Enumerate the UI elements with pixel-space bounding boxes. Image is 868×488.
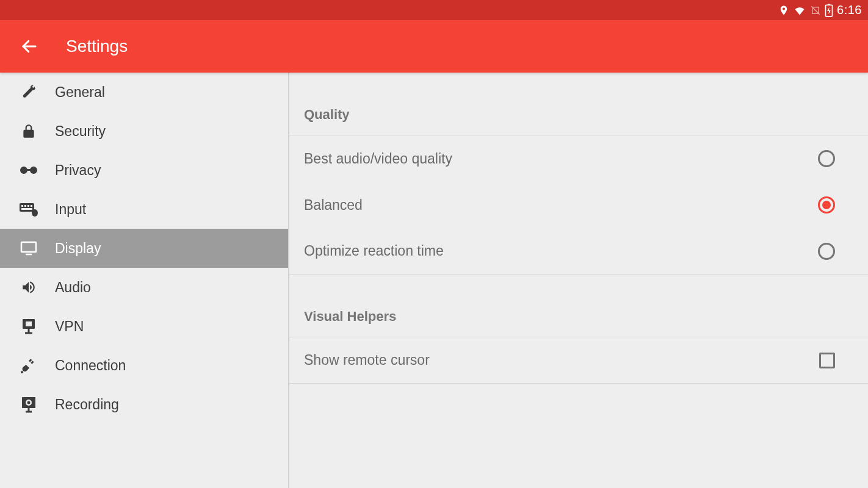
status-time: 6:16 bbox=[837, 3, 862, 17]
lock-icon bbox=[20, 122, 38, 140]
option-best-quality[interactable]: Best audio/video quality bbox=[289, 135, 868, 182]
sidebar-item-input[interactable]: Input bbox=[0, 190, 288, 229]
arrow-left-icon bbox=[20, 37, 38, 56]
sidebar-item-privacy[interactable]: Privacy bbox=[0, 151, 288, 190]
radio-unselected[interactable] bbox=[818, 243, 835, 260]
svg-rect-7 bbox=[21, 205, 23, 207]
svg-rect-9 bbox=[27, 205, 29, 207]
svg-rect-13 bbox=[21, 242, 36, 252]
main-panel: Quality Best audio/video quality Balance… bbox=[289, 73, 868, 488]
svg-point-12 bbox=[32, 209, 38, 217]
option-label: Optimize reaction time bbox=[304, 243, 444, 259]
sidebar-item-label: Recording bbox=[55, 396, 119, 413]
option-optimize-reaction[interactable]: Optimize reaction time bbox=[289, 228, 868, 274]
svg-rect-6 bbox=[20, 203, 34, 212]
sidebar-item-label: Input bbox=[55, 201, 86, 218]
no-sim-icon bbox=[810, 4, 821, 16]
sidebar-item-general[interactable]: General bbox=[0, 73, 288, 112]
option-label: Balanced bbox=[304, 197, 363, 214]
sidebar-item-label: Connection bbox=[55, 357, 126, 374]
plug-icon bbox=[20, 356, 38, 375]
wrench-icon bbox=[20, 83, 38, 101]
app-bar: Settings bbox=[0, 20, 868, 73]
radio-dot bbox=[822, 201, 831, 209]
sidebar: General Security Privacy Input Display bbox=[0, 73, 289, 488]
svg-rect-10 bbox=[31, 205, 32, 207]
checkbox-unchecked[interactable] bbox=[819, 353, 835, 368]
sidebar-item-connection[interactable]: Connection bbox=[0, 346, 288, 385]
vpn-icon bbox=[20, 317, 38, 336]
svg-point-4 bbox=[30, 167, 37, 174]
location-icon bbox=[778, 4, 789, 16]
sidebar-item-recording[interactable]: Recording bbox=[0, 385, 288, 424]
sidebar-item-security[interactable]: Security bbox=[0, 112, 288, 151]
svg-rect-8 bbox=[24, 205, 26, 207]
section-header-quality: Quality bbox=[289, 73, 868, 135]
svg-rect-11 bbox=[21, 208, 32, 210]
sidebar-item-vpn[interactable]: VPN bbox=[0, 307, 288, 346]
speaker-icon bbox=[20, 278, 38, 296]
page-title: Settings bbox=[66, 37, 128, 56]
back-button[interactable] bbox=[18, 35, 40, 57]
radio-selected[interactable] bbox=[818, 196, 835, 214]
keyboard-mouse-icon bbox=[20, 200, 38, 218]
display-icon bbox=[20, 239, 38, 257]
svg-rect-5 bbox=[27, 169, 31, 171]
recording-icon bbox=[20, 395, 38, 414]
sidebar-item-display[interactable]: Display bbox=[0, 229, 288, 268]
status-bar: 6:16 bbox=[0, 0, 868, 20]
wifi-icon bbox=[793, 4, 806, 16]
sidebar-item-label: Security bbox=[55, 123, 106, 140]
sidebar-item-audio[interactable]: Audio bbox=[0, 268, 288, 307]
option-balanced[interactable]: Balanced bbox=[289, 182, 868, 228]
battery-charging-icon bbox=[825, 4, 833, 17]
sidebar-item-label: Privacy bbox=[55, 162, 101, 179]
radio-unselected[interactable] bbox=[818, 150, 835, 167]
sidebar-item-label: VPN bbox=[55, 318, 84, 335]
content: General Security Privacy Input Display bbox=[0, 73, 868, 488]
glasses-icon bbox=[20, 161, 38, 179]
svg-rect-16 bbox=[26, 321, 32, 326]
option-show-remote-cursor[interactable]: Show remote cursor bbox=[289, 337, 868, 384]
sidebar-item-label: General bbox=[55, 84, 105, 101]
sidebar-item-label: Audio bbox=[55, 279, 91, 296]
svg-point-3 bbox=[20, 167, 27, 174]
svg-line-19 bbox=[21, 371, 23, 373]
option-label: Best audio/video quality bbox=[304, 151, 452, 167]
sidebar-item-label: Display bbox=[55, 240, 101, 257]
option-label: Show remote cursor bbox=[304, 352, 430, 368]
svg-rect-1 bbox=[828, 4, 830, 5]
section-header-visual-helpers: Visual Helpers bbox=[289, 274, 868, 337]
svg-point-22 bbox=[27, 401, 31, 404]
